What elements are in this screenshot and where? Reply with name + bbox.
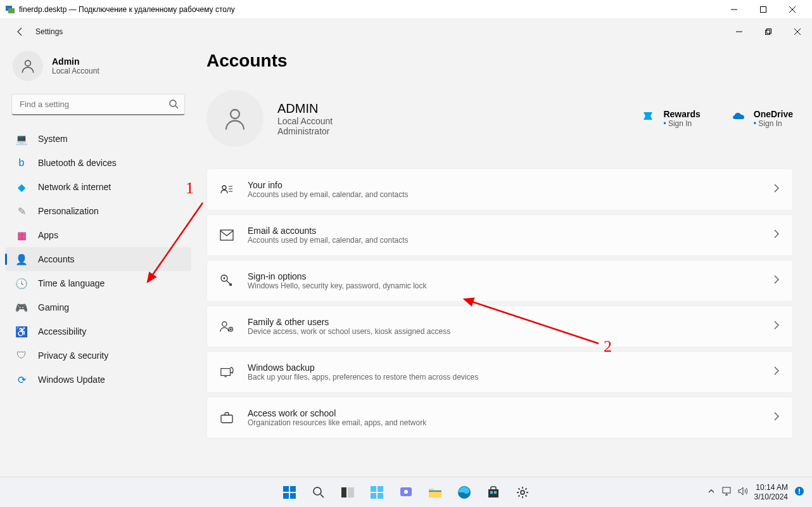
svg-point-22 <box>222 322 227 326</box>
chevron-right-icon <box>773 229 780 241</box>
card-family-other-users[interactable]: Family & other usersDevice access, work … <box>206 305 793 347</box>
chat-button[interactable] <box>393 480 419 505</box>
rewards-block[interactable]: Rewards Sign In <box>642 109 700 128</box>
svg-point-14 <box>231 110 239 119</box>
svg-rect-28 <box>221 415 232 423</box>
nav-label: Accessibility <box>38 326 86 337</box>
backup-icon <box>220 365 234 379</box>
nav-label: Network & internet <box>38 182 111 192</box>
avatar-icon <box>13 51 43 81</box>
minimize-button[interactable] <box>725 19 754 44</box>
maximize-button[interactable] <box>749 0 778 19</box>
sidebar-item-accessibility[interactable]: ♿Accessibility <box>5 319 191 343</box>
nav-icon: ✎ <box>15 205 28 217</box>
chevron-right-icon <box>773 321 780 332</box>
svg-rect-35 <box>341 487 346 497</box>
rdp-icon <box>5 4 15 15</box>
nav-icon: b <box>15 157 28 169</box>
sidebar-profile[interactable]: Admin Local Account <box>0 51 196 94</box>
svg-point-21 <box>224 278 225 279</box>
card-access-work-or-school[interactable]: Access work or schoolOrganization resour… <box>206 397 793 439</box>
nav-icon: 🎮 <box>15 301 28 314</box>
card-title: Sign-in options <box>248 271 427 281</box>
widgets-button[interactable] <box>364 480 390 505</box>
card-title: Windows backup <box>248 363 478 373</box>
briefcase-icon <box>220 411 234 425</box>
nav-list: 💻SystembBluetooth & devices◆Network & in… <box>0 124 196 394</box>
avatar-icon <box>206 90 263 147</box>
nav-label: Accounts <box>38 254 75 264</box>
search-button[interactable] <box>306 480 331 505</box>
svg-rect-47 <box>494 491 497 494</box>
nav-label: Gaming <box>38 302 69 312</box>
nav-label: System <box>38 134 68 144</box>
onedrive-title: OneDrive <box>754 109 793 119</box>
card-email-accounts[interactable]: Email & accountsAccounts used by email, … <box>206 214 793 256</box>
sidebar-item-personalization[interactable]: ✎Personalization <box>5 199 191 223</box>
card-desc: Accounts used by email, calendar, and co… <box>248 236 408 245</box>
settings-window: Settings Admin Local Account <box>0 19 812 477</box>
notifications-icon[interactable] <box>794 486 804 498</box>
start-button[interactable] <box>277 480 302 505</box>
svg-rect-46 <box>490 491 493 494</box>
nav-label: Apps <box>38 230 58 240</box>
remote-desktop: Settings Admin Local Account <box>0 19 812 507</box>
close-button[interactable] <box>778 0 807 19</box>
search-box <box>11 94 185 115</box>
time: 10:14 AM <box>754 483 788 492</box>
sidebar-item-apps[interactable]: ▦Apps <box>5 223 191 247</box>
sidebar-item-network-internet[interactable]: ◆Network & internet <box>5 175 191 199</box>
svg-point-48 <box>521 491 524 494</box>
onedrive-link[interactable]: Sign In <box>754 119 793 128</box>
sidebar-item-privacy-security[interactable]: 🛡Privacy & security <box>5 343 191 368</box>
clock[interactable]: 10:14 AM 3/10/2024 <box>754 483 788 501</box>
nav-icon: 💻 <box>15 132 28 145</box>
sidebar-item-time-language[interactable]: 🕓Time & language <box>5 271 191 295</box>
store-button[interactable] <box>481 480 506 505</box>
edge-button[interactable] <box>452 480 477 505</box>
rdp-title: finerdp.desktp — Подключение к удаленном… <box>19 5 720 14</box>
sidebar-item-windows-update[interactable]: ⟳Windows Update <box>5 368 191 392</box>
rewards-link[interactable]: Sign In <box>663 119 700 128</box>
users-icon <box>220 319 234 333</box>
chevron-right-icon <box>773 184 780 195</box>
account-name: ADMIN <box>277 101 333 116</box>
volume-icon[interactable] <box>738 487 748 497</box>
svg-rect-26 <box>221 369 231 376</box>
search-input[interactable] <box>11 94 185 115</box>
sidebar-item-system[interactable]: 💻System <box>5 127 191 151</box>
settings-window-controls <box>725 19 812 44</box>
user-card-icon <box>220 183 234 196</box>
svg-rect-1 <box>8 8 15 13</box>
card-windows-backup[interactable]: Windows backupBack up your files, apps, … <box>206 351 793 393</box>
svg-line-34 <box>320 494 324 497</box>
maximize-button[interactable] <box>754 19 783 44</box>
svg-rect-39 <box>371 493 376 499</box>
close-button[interactable] <box>783 19 812 44</box>
card-desc: Accounts used by email, calendar, and co… <box>248 190 408 199</box>
back-button[interactable] <box>14 25 27 38</box>
search-icon <box>168 99 179 112</box>
task-view-button[interactable] <box>335 480 360 505</box>
nav-label: Privacy & security <box>38 350 108 361</box>
svg-rect-19 <box>220 230 233 240</box>
profile-name: Admin <box>52 56 99 67</box>
network-icon[interactable] <box>721 487 732 497</box>
nav-label: Personalization <box>38 206 99 216</box>
card-sign-in-options[interactable]: Sign-in optionsWindows Hello, security k… <box>206 260 793 302</box>
card-your-info[interactable]: Your infoAccounts used by email, calenda… <box>206 169 793 210</box>
sidebar-item-accounts[interactable]: 👤Accounts <box>5 247 191 271</box>
svg-rect-32 <box>290 493 296 499</box>
card-desc: Windows Hello, security key, password, d… <box>248 281 427 290</box>
sidebar-item-gaming[interactable]: 🎮Gaming <box>5 295 191 319</box>
chevron-up-icon[interactable] <box>707 487 715 497</box>
svg-point-11 <box>25 60 31 66</box>
nav-icon: 🛡 <box>15 349 28 362</box>
explorer-button[interactable] <box>422 480 448 505</box>
sidebar-item-bluetooth-devices[interactable]: bBluetooth & devices <box>5 151 191 175</box>
minimize-button[interactable] <box>720 0 749 19</box>
onedrive-block[interactable]: OneDrive Sign In <box>732 109 793 128</box>
svg-rect-54 <box>799 492 800 494</box>
card-desc: Organization resources like email, apps,… <box>248 418 426 427</box>
settings-button[interactable] <box>510 480 535 505</box>
